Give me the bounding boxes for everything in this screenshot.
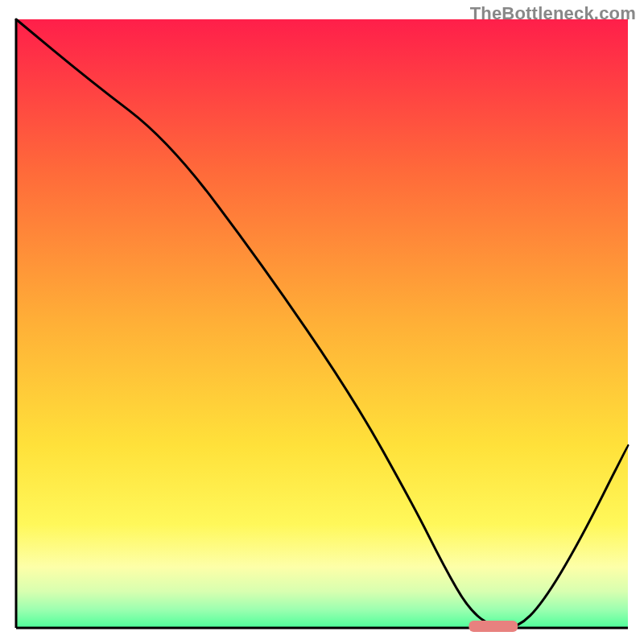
plot-background [16, 19, 628, 628]
chart-container: TheBottleneck.com [0, 0, 644, 644]
optimal-range-marker [469, 621, 518, 632]
bottleneck-chart [0, 0, 644, 644]
